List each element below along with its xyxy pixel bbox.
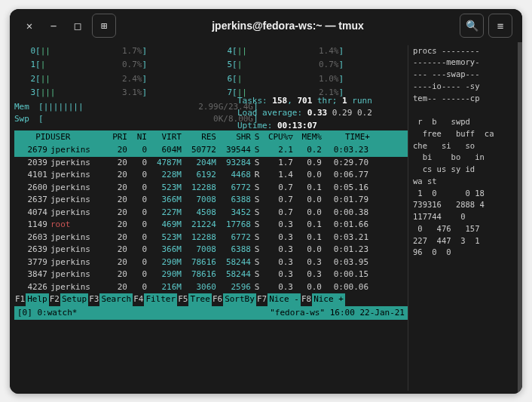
vmstat-pane: procs ---------------memory---- ---swap-…: [408, 45, 513, 391]
fkey-nice+[interactable]: F8Nice +: [301, 293, 345, 306]
cpu-meter-2: 2[||2.4%]: [14, 73, 211, 86]
process-row[interactable]: 1149root200469M2122417768S0.30.10:01.66: [14, 219, 408, 232]
process-row[interactable]: 2600jperkins200523M122886772S0.70.10:05.…: [14, 182, 408, 195]
vmstat-line: 0 476 157: [413, 223, 513, 235]
maximize-button[interactable]: □: [66, 14, 90, 38]
search-button[interactable]: 🔍: [460, 14, 484, 38]
vmstat-line: tem-- ------cp: [413, 93, 513, 105]
process-row[interactable]: 2639jperkins200366M70086388S0.30.00:01.2…: [14, 244, 408, 256]
new-tab-button[interactable]: ⊞: [92, 14, 116, 38]
vmstat-line: r b swpd: [413, 116, 513, 128]
window-title: jperkins@fedora-ws:~ — tmux: [118, 20, 457, 32]
vmstat-line: -------memory-: [413, 57, 513, 69]
vmstat-line: 739316 2888 4: [413, 199, 513, 211]
vmstat-line: 96 0 0: [413, 247, 513, 259]
vmstat-line: --- ---swap---: [413, 69, 513, 81]
process-row[interactable]: 4074jperkins200227M45083452S0.70.00:00.3…: [14, 207, 408, 219]
tmux-clock: "fedora-ws" 16:00 22-Jan-21: [270, 307, 405, 320]
vmstat-line: procs --------: [413, 45, 513, 57]
cpu-meter-3: 3[|||3.1%]: [14, 87, 211, 100]
fkey-search[interactable]: F3Search: [88, 293, 133, 306]
vmstat-line: [413, 104, 513, 116]
process-row[interactable]: 2039jperkins2004787M204M93284S1.70.90:29…: [14, 157, 408, 170]
fkey-filter[interactable]: F4Filter: [133, 293, 177, 306]
process-row[interactable]: 3847jperkins200290M7861658244S0.30.30:00…: [14, 269, 408, 281]
fkey-setup[interactable]: F2Setup: [49, 293, 88, 306]
tasks-line: Tasks: 158, 701 thr; 1 runn: [237, 95, 372, 108]
vmstat-line: che si so: [413, 140, 513, 152]
uptime-line: Uptime: 00:13:07: [237, 120, 372, 133]
load-line: Load average: 0.33 0.29 0.2: [237, 107, 372, 120]
fkey-help[interactable]: F1Help: [14, 293, 49, 306]
vmstat-line: 1 0 0 18: [413, 188, 513, 200]
hamburger-icon: ≡: [497, 20, 503, 32]
vmstat-line: wa st: [413, 176, 513, 188]
vmstat-line: bi bo in: [413, 152, 513, 164]
vmstat-line: 227 447 3 1: [413, 235, 513, 247]
cpu-meter-0: 0[||1.7%]: [14, 45, 211, 58]
process-header[interactable]: PID USER PRI NI VIRT RES SHR S CPU%▽ MEM…: [14, 130, 408, 145]
vmstat-line: ----io---- -sy: [413, 81, 513, 93]
vmstat-line: free buff ca: [413, 128, 513, 140]
process-row[interactable]: 4101jperkins200228M61924468R1.40.00:06.7…: [14, 169, 408, 182]
function-keys: F1HelpF2SetupF3SearchF4FilterF5TreeF6Sor…: [14, 293, 408, 306]
tmux-status-bar: [0] 0:watch* "fedora-ws" 16:00 22-Jan-21: [14, 306, 408, 321]
close-button[interactable]: ✕: [17, 14, 41, 38]
fkey-nice-[interactable]: F7Nice -: [256, 293, 301, 306]
process-row[interactable]: 2679jperkins200604M5077239544S2.10.20:03…: [14, 144, 408, 157]
vmstat-line: cs us sy id: [413, 164, 513, 176]
vmstat-line: 117744 0: [413, 211, 513, 223]
menu-button[interactable]: ≡: [488, 14, 512, 38]
tmux-session: [0] 0:watch*: [17, 307, 270, 320]
minimize-button[interactable]: −: [41, 14, 66, 38]
process-row[interactable]: 3779jperkins200290M7861658244S0.30.30:03…: [14, 256, 408, 269]
process-list: 2679jperkins200604M5077239544S2.10.20:03…: [14, 144, 408, 293]
search-icon: 🔍: [466, 20, 478, 32]
fkey-sortby[interactable]: F6SortBy: [212, 293, 256, 306]
cpu-meter-1: 1[|0.7%]: [14, 59, 211, 72]
process-row[interactable]: 2637jperkins200366M70086388S0.70.00:01.7…: [14, 194, 408, 207]
htop-pane: 0[||1.7%]4[||1.4%]1[|0.7%]5[|0.7%]2[||2.…: [14, 45, 408, 391]
terminal-window: ✕ − □ ⊞ jperkins@fedora-ws:~ — tmux 🔍 ≡ …: [10, 9, 522, 394]
fkey-tree[interactable]: F5Tree: [177, 293, 212, 306]
titlebar: ✕ − □ ⊞ jperkins@fedora-ws:~ — tmux 🔍 ≡: [10, 9, 522, 42]
process-row[interactable]: 4226jperkins200216M30602596S0.30.00:00.0…: [14, 281, 408, 294]
process-row[interactable]: 2603jperkins200523M122886772S0.30.10:03.…: [14, 232, 408, 244]
terminal-content[interactable]: 0[||1.7%]4[||1.4%]1[|0.7%]5[|0.7%]2[||2.…: [10, 42, 522, 394]
